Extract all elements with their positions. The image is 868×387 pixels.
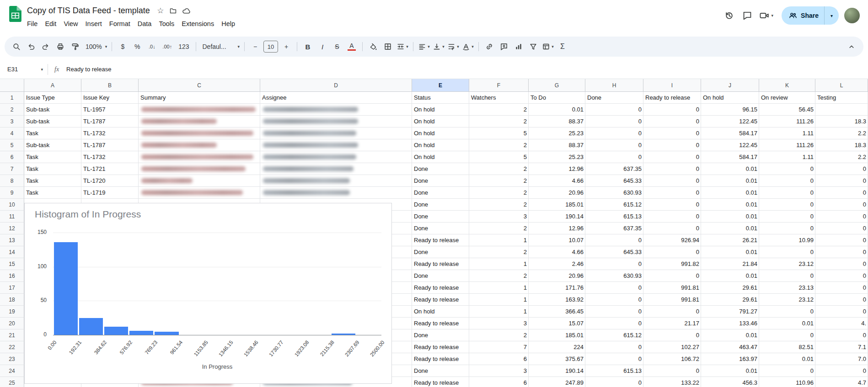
- row-header-2[interactable]: 2: [0, 104, 24, 116]
- cell-H17[interactable]: 0: [585, 282, 643, 294]
- cell-L4[interactable]: 2.2: [815, 127, 868, 139]
- row-header-3[interactable]: 3: [0, 116, 24, 127]
- menu-data[interactable]: Data: [134, 19, 155, 29]
- cell-J7[interactable]: 0.01: [701, 163, 759, 175]
- cell-E11[interactable]: Done: [412, 211, 469, 223]
- cell-F4[interactable]: 5: [469, 127, 529, 139]
- cell-I14[interactable]: 0: [643, 246, 701, 258]
- cell-K9[interactable]: 0: [759, 187, 815, 199]
- cell-I5[interactable]: 0: [643, 139, 701, 151]
- cell-E18[interactable]: Ready to release: [412, 294, 469, 306]
- cell-G18[interactable]: 163.92: [529, 294, 585, 306]
- cell-F2[interactable]: 2: [469, 104, 529, 116]
- cell-L15[interactable]: 0: [815, 258, 868, 270]
- cell-F15[interactable]: 1: [469, 258, 529, 270]
- cell-H15[interactable]: 0: [585, 258, 643, 270]
- percent-format-button[interactable]: %: [130, 40, 145, 53]
- cell-I12[interactable]: 0: [643, 223, 701, 234]
- cell-F22[interactable]: 7: [469, 341, 529, 353]
- cell-I23[interactable]: 106.72: [643, 353, 701, 365]
- document-title[interactable]: Copy of TIS Data Feed - template: [27, 6, 150, 16]
- cell-K21[interactable]: 0: [759, 329, 815, 341]
- row-header-19[interactable]: 19: [0, 306, 24, 318]
- cell-H20[interactable]: 0: [585, 318, 643, 329]
- cell-I24[interactable]: 0: [643, 365, 701, 377]
- cell-G14[interactable]: 4.66: [529, 246, 585, 258]
- cell-G24[interactable]: 190.14: [529, 365, 585, 377]
- cell-J25[interactable]: 456.3: [701, 377, 759, 387]
- row-header-15[interactable]: 15: [0, 258, 24, 270]
- cell-K25[interactable]: 110.96: [759, 377, 815, 387]
- cell-J22[interactable]: 463.47: [701, 341, 759, 353]
- cell-L11[interactable]: 0: [815, 211, 868, 223]
- cell-J23[interactable]: 163.97: [701, 353, 759, 365]
- strikethrough-button[interactable]: S: [330, 40, 344, 53]
- meet-video-icon[interactable]: ▾: [759, 11, 774, 21]
- row-header-10[interactable]: 10: [0, 199, 24, 211]
- cell-L1[interactable]: Testing: [815, 92, 868, 104]
- row-header-12[interactable]: 12: [0, 223, 24, 234]
- menu-view[interactable]: View: [60, 19, 81, 29]
- cell-G25[interactable]: 247.89: [529, 377, 585, 387]
- cell-L2[interactable]: [815, 104, 868, 116]
- cell-F9[interactable]: 2: [469, 187, 529, 199]
- cell-F25[interactable]: 6: [469, 377, 529, 387]
- cell-F13[interactable]: 1: [469, 234, 529, 246]
- row-header-22[interactable]: 22: [0, 341, 24, 353]
- row-header-17[interactable]: 17: [0, 282, 24, 294]
- document-status-icon[interactable]: [180, 5, 192, 16]
- cell-K5[interactable]: 111.26: [759, 139, 815, 151]
- cell-L20[interactable]: 4.: [815, 318, 868, 329]
- cell-I15[interactable]: 991.82: [643, 258, 701, 270]
- cell-D2[interactable]: [260, 104, 412, 116]
- menu-help[interactable]: Help: [218, 19, 239, 29]
- cell-K19[interactable]: 0: [759, 306, 815, 318]
- cell-J5[interactable]: 122.45: [701, 139, 759, 151]
- menu-extensions[interactable]: Extensions: [178, 19, 218, 29]
- cell-I22[interactable]: 102.27: [643, 341, 701, 353]
- cell-L22[interactable]: 7.1: [815, 341, 868, 353]
- cell-L21[interactable]: 0: [815, 329, 868, 341]
- cell-J14[interactable]: 0.01: [701, 246, 759, 258]
- cell-L6[interactable]: 2.2: [815, 151, 868, 163]
- cell-K16[interactable]: 0: [759, 270, 815, 282]
- cell-G2[interactable]: 0.01: [529, 104, 585, 116]
- cell-G9[interactable]: 20.96: [529, 187, 585, 199]
- cell-L23[interactable]: 7.0: [815, 353, 868, 365]
- cell-J17[interactable]: 29.61: [701, 282, 759, 294]
- cell-D1[interactable]: Assignee: [260, 92, 412, 104]
- cell-D7[interactable]: [260, 163, 412, 175]
- font-size-input[interactable]: 10: [263, 41, 278, 53]
- cell-E15[interactable]: Ready to release: [412, 258, 469, 270]
- cell-I19[interactable]: 0: [643, 306, 701, 318]
- cell-K24[interactable]: 0: [759, 365, 815, 377]
- cell-E25[interactable]: Ready to release: [412, 377, 469, 387]
- cell-E6[interactable]: On hold: [412, 151, 469, 163]
- cell-I2[interactable]: 0: [643, 104, 701, 116]
- cell-G12[interactable]: 12.96: [529, 223, 585, 234]
- column-header-E[interactable]: E: [412, 79, 469, 92]
- cell-I13[interactable]: 926.94: [643, 234, 701, 246]
- cell-A7[interactable]: Task: [24, 163, 81, 175]
- cell-K10[interactable]: 0: [759, 199, 815, 211]
- cell-F12[interactable]: 2: [469, 223, 529, 234]
- insert-link-icon[interactable]: [482, 40, 497, 53]
- cell-J15[interactable]: 21.84: [701, 258, 759, 270]
- cell-H4[interactable]: 0: [585, 127, 643, 139]
- row-header-16[interactable]: 16: [0, 270, 24, 282]
- cell-G16[interactable]: 20.96: [529, 270, 585, 282]
- create-filter-icon[interactable]: [526, 40, 541, 53]
- cell-F23[interactable]: 6: [469, 353, 529, 365]
- cell-I21[interactable]: 0: [643, 329, 701, 341]
- cell-I20[interactable]: 21.17: [643, 318, 701, 329]
- decrease-decimal-button[interactable]: .0↓: [145, 40, 159, 53]
- cell-I16[interactable]: 0: [643, 270, 701, 282]
- row-header-13[interactable]: 13: [0, 234, 24, 246]
- cell-B1[interactable]: Issue Key: [81, 92, 139, 104]
- cell-D4[interactable]: [260, 127, 412, 139]
- cell-L18[interactable]: 0: [815, 294, 868, 306]
- column-header-C[interactable]: C: [139, 79, 260, 92]
- cell-I8[interactable]: 0: [643, 175, 701, 187]
- decrease-font-size-button[interactable]: −: [248, 40, 263, 53]
- cell-F10[interactable]: 2: [469, 199, 529, 211]
